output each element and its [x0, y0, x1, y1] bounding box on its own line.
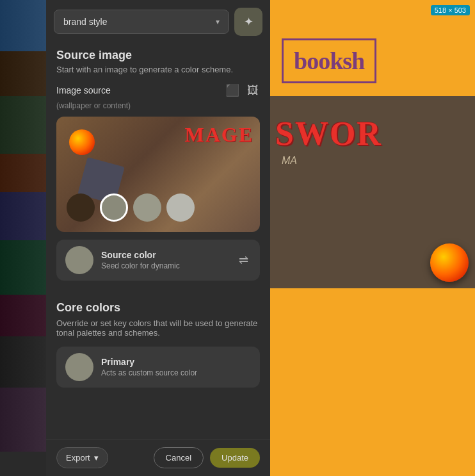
- preview-colors: [67, 193, 195, 222]
- book-9: [0, 388, 46, 452]
- style-dropdown-label: brand style: [63, 17, 107, 27]
- bookshop-header: booksh 518 × 503: [269, 0, 475, 96]
- source-color-row[interactable]: Source color Seed color for dynamic ⇌: [56, 240, 260, 281]
- panel-toolbar: brand style ▾ ✦: [46, 0, 270, 44]
- core-colors-section: Core colors Override or set key colors t…: [46, 301, 270, 403]
- sword-section: SWOR MA: [269, 96, 475, 288]
- primary-color-desc: Acts as custom source color: [101, 368, 197, 377]
- chevron-down-icon: ▾: [94, 453, 99, 463]
- update-button[interactable]: Update: [210, 448, 260, 468]
- book-7: [0, 295, 46, 336]
- preview-color-3: [133, 193, 161, 222]
- source-image-title: Source image: [56, 44, 260, 62]
- book-3: [0, 96, 46, 154]
- size-badge: 518 × 503: [431, 5, 470, 15]
- source-color-title: Source color: [101, 250, 229, 260]
- primary-color-row[interactable]: Primary Acts as custom source color: [56, 347, 260, 388]
- bottom-bar: Export ▾ Cancel Update: [46, 439, 270, 476]
- bookshelf-sidebar: [0, 0, 46, 476]
- image-source-icons: ⬛ 🖼: [224, 82, 260, 99]
- export-label: Export: [66, 453, 90, 463]
- source-color-desc: Seed color for dynamic: [101, 261, 229, 270]
- source-color-info: Source color Seed color for dynamic: [101, 250, 229, 270]
- update-label: Update: [221, 453, 248, 463]
- image-preview[interactable]: MAGE: [56, 117, 260, 232]
- magic-button[interactable]: ✦: [234, 8, 262, 36]
- tablet-icon-button[interactable]: ⬛: [224, 82, 241, 99]
- primary-color-info: Primary Acts as custom source color: [101, 357, 197, 377]
- cancel-label: Cancel: [166, 453, 191, 463]
- book-8: [0, 336, 46, 388]
- bookshop-title-box: booksh: [282, 38, 376, 83]
- book-2: [0, 51, 46, 96]
- book-4: [0, 154, 46, 192]
- export-button[interactable]: Export ▾: [56, 447, 108, 468]
- chevron-down-icon: ▾: [216, 17, 220, 26]
- sword-title: SWOR: [269, 96, 475, 152]
- style-dropdown[interactable]: brand style ▾: [54, 10, 229, 34]
- sword-subtitle: MA: [269, 152, 475, 170]
- book-1: [0, 0, 46, 51]
- book-stack: [0, 0, 46, 476]
- core-colors-title: Core colors: [56, 301, 260, 315]
- image-source-row: Image source ⬛ 🖼: [56, 82, 260, 99]
- app-content: booksh 518 × 503 SWOR MA: [269, 0, 475, 476]
- preview-color-1: [67, 193, 95, 222]
- book-5: [0, 192, 46, 240]
- primary-color-title: Primary: [101, 357, 197, 367]
- bottom-spacer: [46, 403, 270, 441]
- preview-color-2: [100, 193, 128, 222]
- magic-icon: ✦: [244, 15, 254, 29]
- bookshop-title: booksh: [294, 47, 364, 74]
- primary-color-swatch: [65, 353, 93, 381]
- core-colors-desc: Override or set key colors that will be …: [56, 318, 260, 338]
- image-icon: 🖼: [247, 84, 259, 97]
- shuffle-icon: ⇌: [239, 254, 248, 267]
- preview-orb: [69, 129, 95, 155]
- cancel-button[interactable]: Cancel: [154, 447, 204, 468]
- image-source-label: Image source: [56, 85, 111, 95]
- image-icon-button[interactable]: 🖼: [246, 82, 260, 99]
- settings-panel: brand style ▾ ✦ Source image Start with …: [46, 0, 270, 476]
- source-image-section: Source image Start with an image to gene…: [46, 44, 270, 301]
- source-color-swatch: [65, 246, 93, 274]
- book-6: [0, 240, 46, 295]
- preview-text: MAGE: [184, 123, 254, 147]
- preview-color-4: [166, 193, 195, 222]
- orb-decoration: [430, 243, 469, 282]
- tablet-icon: ⬛: [225, 84, 239, 97]
- image-source-hint: (wallpaper or content): [56, 101, 260, 110]
- source-image-subtitle: Start with an image to generate a color …: [56, 65, 260, 74]
- shuffle-button[interactable]: ⇌: [236, 250, 251, 270]
